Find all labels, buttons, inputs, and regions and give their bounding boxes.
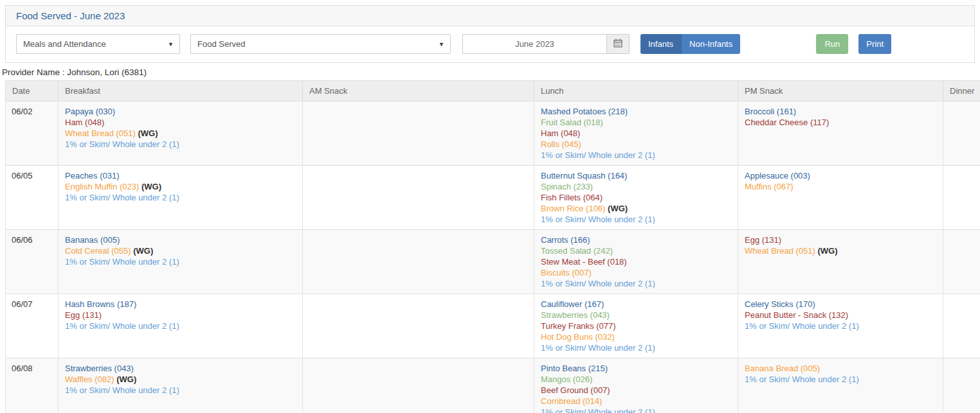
- chevron-down-icon: ▼: [168, 35, 174, 54]
- cell-dinner: [943, 358, 980, 413]
- food-item: Ham (048): [541, 128, 731, 139]
- column-header-dinner: Dinner: [943, 81, 980, 101]
- cell-am-snack: [303, 358, 534, 413]
- food-item: Hot Dog Buns (032): [541, 331, 731, 342]
- food-item: Egg (131): [745, 234, 936, 245]
- food-item: Turkey Franks (077): [541, 321, 731, 331]
- infant-filter-group: Infants Non-Infants: [640, 34, 740, 54]
- table-row: 06/07Hash Browns (187)Egg (131)1% or Ski…: [6, 294, 980, 358]
- table-body: 06/02Papaya (030)Ham (048)Wheat Bread (0…: [6, 101, 980, 413]
- calendar-icon: [613, 39, 622, 49]
- table-row: 06/08Strawberries (043)Waffles (082) (WG…: [6, 358, 980, 413]
- food-item: Strawberries (043): [65, 363, 296, 374]
- cell-pm-snack: Applesauce (003)Muffins (067): [738, 166, 943, 230]
- report-type-select[interactable]: Food Served ▼: [190, 34, 451, 54]
- cell-pm-snack: Banana Bread (005)1% or Skim/ Whole unde…: [738, 358, 943, 413]
- food-item: Egg (131): [65, 310, 296, 321]
- food-item: Strawberries (043): [541, 310, 731, 321]
- cell-pm-snack: Egg (131)Wheat Bread (051) (WG): [738, 230, 943, 294]
- table-row: 06/02Papaya (030)Ham (048)Wheat Bread (0…: [6, 101, 980, 166]
- food-item: Ham (048): [65, 117, 296, 128]
- date-input[interactable]: [462, 34, 606, 54]
- cell-breakfast: Strawberries (043)Waffles (082) (WG)1% o…: [59, 358, 303, 413]
- cell-date: 06/08: [6, 358, 59, 413]
- cell-dinner: [943, 294, 980, 358]
- column-header-lunch: Lunch: [534, 81, 738, 101]
- cell-am-snack: [303, 294, 534, 358]
- whole-grain-flag: (WG): [114, 374, 137, 384]
- food-item: Waffles (082) (WG): [65, 374, 296, 385]
- food-item: Broccoli (161): [745, 106, 936, 117]
- cell-lunch: Butternut Squash (164)Spinach (233)Fish …: [534, 166, 738, 230]
- food-served-table-wrap: Date Breakfast AM Snack Lunch PM Snack D…: [5, 80, 980, 413]
- column-header-date: Date: [6, 81, 59, 101]
- cell-lunch: Mashed Potatoes (218)Fruit Salad (018)Ha…: [534, 101, 738, 166]
- run-button[interactable]: Run: [816, 34, 848, 54]
- column-header-pm-snack: PM Snack: [738, 81, 943, 101]
- food-item: Fish Fillets (064): [541, 192, 731, 203]
- print-button[interactable]: Print: [858, 34, 891, 54]
- whole-grain-flag: (WG): [815, 246, 838, 256]
- cell-pm-snack: Broccoli (161)Cheddar Cheese (117): [738, 101, 943, 166]
- food-item: Cornbread (014): [541, 396, 731, 407]
- food-item: Cauliflower (167): [541, 299, 731, 310]
- calendar-button[interactable]: [606, 34, 630, 54]
- food-item: Pinto Beans (215): [541, 363, 731, 374]
- column-header-am-snack: AM Snack: [303, 81, 534, 101]
- cell-am-snack: [303, 101, 534, 166]
- food-item: 1% or Skim/ Whole under 2 (1): [541, 214, 731, 225]
- food-item: Applesauce (003): [745, 170, 936, 181]
- food-item: Fruit Salad (018): [541, 117, 731, 128]
- food-item: Hash Browns (187): [65, 299, 296, 310]
- food-item: 1% or Skim/ Whole under 2 (1): [745, 321, 936, 331]
- food-item: 1% or Skim/ Whole under 2 (1): [541, 407, 731, 413]
- non-infants-button[interactable]: Non-Infants: [681, 34, 740, 54]
- food-item: Wheat Bread (051) (WG): [65, 128, 296, 139]
- food-item: Peanut Butter - Snack (132): [745, 310, 936, 321]
- report-type-select-value: Food Served: [197, 39, 245, 49]
- whole-grain-flag: (WG): [139, 182, 161, 191]
- food-item: 1% or Skim/ Whole under 2 (1): [65, 139, 296, 150]
- cell-pm-snack: Celery Sticks (170)Peanut Butter - Snack…: [738, 294, 943, 358]
- table-row: 06/05Peaches (031)English Muffin (023) (…: [6, 166, 980, 230]
- cell-dinner: [943, 101, 980, 166]
- date-picker-group: [462, 34, 630, 54]
- table-row: 06/06Bananas (005)Cold Cereal (055) (WG)…: [6, 230, 980, 294]
- food-item: 1% or Skim/ Whole under 2 (1): [541, 278, 731, 289]
- food-item: Brown Rice (106) (WG): [541, 203, 731, 214]
- food-item: 1% or Skim/ Whole under 2 (1): [65, 256, 296, 267]
- report-category-select[interactable]: Meals and Attendance ▼: [16, 34, 180, 54]
- food-item: 1% or Skim/ Whole under 2 (1): [541, 150, 731, 161]
- page-title: Food Served - June 2023: [16, 10, 125, 21]
- food-item: Papaya (030): [65, 106, 296, 117]
- food-item: Stew Meat - Beef (018): [541, 256, 731, 267]
- food-item: 1% or Skim/ Whole under 2 (1): [65, 385, 296, 396]
- cell-date: 06/06: [6, 230, 59, 294]
- cell-date: 06/07: [6, 294, 59, 358]
- cell-lunch: Pinto Beans (215)Mangos (026)Beef Ground…: [534, 358, 738, 413]
- cell-breakfast: Hash Browns (187)Egg (131)1% or Skim/ Wh…: [59, 294, 303, 358]
- food-item: Butternut Squash (164): [541, 170, 731, 181]
- food-item: 1% or Skim/ Whole under 2 (1): [65, 192, 296, 203]
- food-item: Mashed Potatoes (218): [541, 106, 731, 117]
- whole-grain-flag: (WG): [605, 204, 628, 213]
- cell-date: 06/05: [6, 166, 59, 230]
- provider-name: Provider Name : Johnson, Lori (6381): [2, 67, 980, 77]
- food-item: Cheddar Cheese (117): [745, 117, 936, 128]
- cell-am-snack: [303, 230, 534, 294]
- whole-grain-flag: (WG): [131, 246, 154, 256]
- cell-lunch: Cauliflower (167)Strawberries (043)Turke…: [534, 294, 738, 358]
- food-item: 1% or Skim/ Whole under 2 (1): [745, 374, 936, 385]
- food-item: Bananas (005): [65, 234, 296, 245]
- panel-heading: Food Served - June 2023: [6, 6, 974, 26]
- food-item: 1% or Skim/ Whole under 2 (1): [541, 342, 731, 353]
- food-item: Biscuits (007): [541, 267, 731, 278]
- food-item: Carrots (166): [541, 234, 731, 245]
- food-item: English Muffin (023) (WG): [65, 181, 296, 192]
- report-category-select-value: Meals and Attendance: [23, 39, 106, 49]
- food-item: Mangos (026): [541, 374, 731, 385]
- infants-button[interactable]: Infants: [640, 34, 681, 54]
- report-toolbar: Meals and Attendance ▼ Food Served ▼: [6, 26, 974, 62]
- cell-dinner: [943, 230, 980, 294]
- food-item: Celery Sticks (170): [745, 299, 936, 310]
